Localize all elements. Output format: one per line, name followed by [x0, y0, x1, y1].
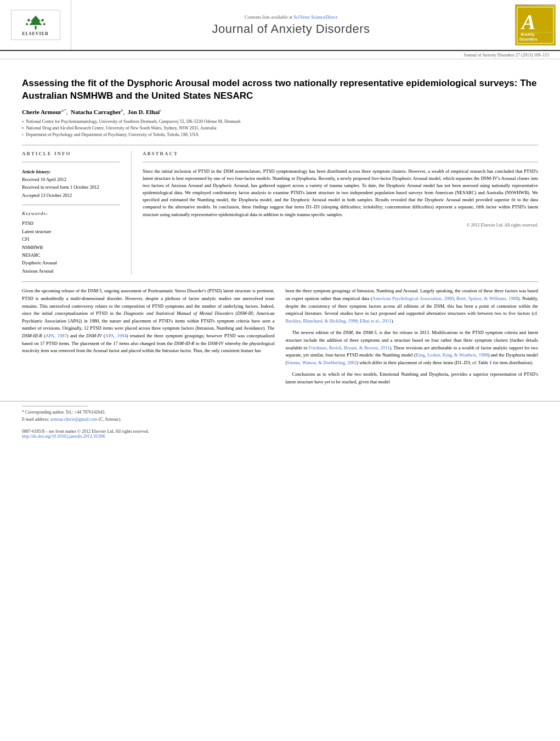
copyright-line: © 2012 Elsevier Ltd. All rights reserved… — [143, 223, 538, 228]
anxiety-logo-box: A Anxiety Disorders — [515, 4, 556, 46]
affil-3: c Department of Psychology and Departmen… — [22, 132, 538, 138]
body-column-1: Given the upcoming release of the DSM-5,… — [22, 287, 275, 390]
body-column-2: been the three symptom groupings of Intr… — [286, 287, 539, 390]
svg-point-5 — [26, 23, 28, 25]
keyword-5: NESARC — [22, 251, 120, 259]
svg-point-3 — [27, 19, 30, 21]
journal-title-area: Contents lists available at SciVerse Sci… — [71, 0, 511, 50]
footnote-rule — [22, 406, 88, 406]
elsevier-wordmark: ELSEVIER — [22, 31, 48, 36]
contents-line: Contents lists available at SciVerse Sci… — [245, 14, 337, 20]
keyword-6: Dysphoric Arousal — [22, 259, 120, 267]
info-divider — [22, 162, 120, 162]
ref-apa1994[interactable]: APA, 1994 — [105, 333, 127, 338]
affiliations: a National Centre for Psychotraumatology… — [22, 118, 538, 138]
ref-friedman2011[interactable]: Friedman, Resick, Bryant, & Brewin, 2011 — [309, 345, 390, 350]
svg-rect-0 — [35, 26, 36, 29]
body-para-1: Given the upcoming release of the DSM-5,… — [22, 287, 275, 354]
journal-main-title: Journal of Anxiety Disorders — [212, 22, 370, 36]
ref-simms2002[interactable]: Simms, Watson, & Doebbeling, 2002 — [287, 360, 357, 365]
abstract-column: ABSTRACT Since the initial inclusion of … — [132, 151, 538, 275]
author-2-sup: b — [121, 108, 123, 112]
keyword-7: Anxious Arousal — [22, 267, 120, 275]
body-para-4: Conclusions as to which of the two model… — [286, 371, 539, 386]
ref-king1998[interactable]: King, Leskin, King, & Weathers, 1998 — [416, 352, 488, 358]
elsevier-logo-area: ELSEVIER — [0, 0, 71, 50]
keyword-3: CFI — [22, 235, 120, 243]
body-para-2: been the three symptom groupings of Intr… — [286, 287, 539, 325]
author-2: Natacha Carragher — [71, 109, 121, 115]
keyword-2: Latent structure — [22, 228, 120, 235]
info-columns: ARTICLE INFO Article history: Received 1… — [22, 151, 538, 275]
body-columns: Given the upcoming release of the DSM-5,… — [22, 287, 538, 390]
elsevier-logo-box: ELSEVIER — [11, 10, 60, 40]
elsevier-tree-icon — [22, 14, 49, 30]
ref-buckley1998[interactable]: Buckley, Blanchard, & Hickling, 1998 — [286, 318, 358, 324]
keywords-divider — [22, 205, 120, 205]
keywords-label: Keywords: — [22, 211, 120, 216]
ref-apa2000[interactable]: American Psychological Association, 2000 — [372, 296, 454, 301]
ref-brett1988[interactable]: Brett, Spitzer, & Williams, 1988 — [456, 296, 518, 301]
journal-header: ELSEVIER Contents lists available at Sci… — [0, 0, 560, 51]
article-info-column: ARTICLE INFO Article history: Received 1… — [22, 151, 132, 275]
ref-apa1987[interactable]: APA, 1987 — [46, 333, 67, 338]
article-title: Assessing the fit of the Dysphoric Arous… — [22, 77, 538, 103]
main-content: Assessing the fit of the Dysphoric Arous… — [0, 59, 560, 398]
doi-link[interactable]: http://dx.doi.org/10.1016/j.janxdis.2012… — [22, 434, 105, 439]
affil-2: b National Drug and Alcohol Research Cen… — [22, 125, 538, 132]
author-1: Cherie Armour — [22, 109, 61, 115]
article-history: Article history: Received 10 April 2012 … — [22, 168, 120, 200]
author-3: Jon D. Elhai — [128, 109, 160, 115]
footnote-area: * Corresponding author. Tel.: +44 787614… — [0, 401, 560, 426]
svg-text:A: A — [521, 10, 535, 33]
svg-text:Anxiety: Anxiety — [521, 32, 534, 37]
anxiety-logo-area: A Anxiety Disorders — [511, 0, 560, 50]
author-3-sup: c — [160, 108, 161, 112]
sciverse-link[interactable]: SciVerse ScienceDirect — [293, 14, 337, 20]
author-1-sup: a,* — [61, 108, 66, 112]
keywords-section: Keywords: PTSD Latent structure CFI NSMH… — [22, 211, 120, 275]
abstract-header: ABSTRACT — [143, 151, 538, 156]
keyword-4: NSMHWB — [22, 244, 120, 251]
email-footnote: E-mail address: armour.cherie@gmail.com … — [22, 416, 538, 423]
abstract-text: Since the initial inclusion of PTSD in t… — [143, 168, 538, 218]
svg-point-4 — [41, 19, 44, 21]
body-para-3: The newest edition of the DSM, the DSM-5… — [286, 329, 539, 366]
svg-text:Disorders: Disorders — [519, 37, 538, 41]
svg-point-6 — [43, 23, 45, 25]
section-divider — [22, 145, 538, 145]
issn-line: 0887-6185/$ – see front matter © 2012 El… — [22, 429, 538, 434]
anxiety-journal-logo-icon: A Anxiety Disorders — [516, 6, 555, 44]
affil-1: a National Centre for Psychotraumatology… — [22, 118, 538, 125]
keyword-1: PTSD — [22, 219, 120, 227]
abstract-divider — [143, 162, 538, 162]
bottom-bar: 0887-6185/$ – see front matter © 2012 El… — [0, 426, 560, 442]
authors: Cherie Armoura,*, Natacha Carragherb, Jo… — [22, 108, 538, 115]
corresponding-footnote: * Corresponding author. Tel.: +44 787614… — [22, 409, 538, 416]
ref-elhai2011[interactable]: Elhai et al., 2011 — [360, 318, 392, 324]
author-email[interactable]: armour.cherie@gmail.com — [50, 417, 98, 422]
body-divider — [22, 281, 538, 282]
page-number-line: Journal of Anxiety Disorders 27 (2013) 1… — [0, 51, 560, 59]
doi-line: http://dx.doi.org/10.1016/j.janxdis.2012… — [22, 434, 538, 439]
article-info-header: ARTICLE INFO — [22, 151, 120, 156]
